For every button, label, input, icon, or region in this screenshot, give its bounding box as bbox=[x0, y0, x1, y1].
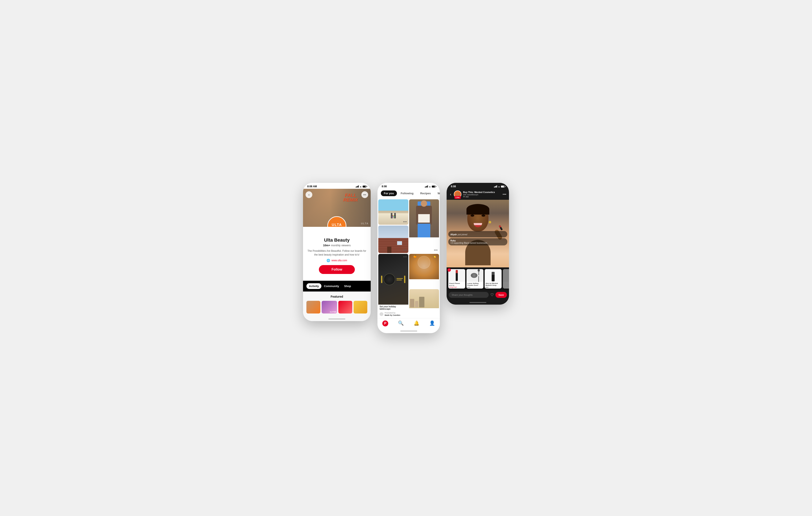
comment-bar: Share your thoughts ♡ Save bbox=[446, 290, 509, 300]
phone2-status-bar: 8:08 ▲ bbox=[377, 183, 440, 189]
pinterest-icon: P bbox=[382, 321, 388, 326]
more-dots[interactable]: ••• bbox=[403, 220, 407, 223]
bio-text: The Possibilities Are Beautiful. Follow … bbox=[307, 249, 367, 256]
ulta-watermark: ULTA bbox=[361, 222, 369, 225]
save-button[interactable]: Save bbox=[495, 292, 507, 298]
nav-home[interactable]: P bbox=[381, 321, 390, 326]
battery-icon bbox=[501, 186, 505, 187]
ulta-word: ULTA bbox=[332, 223, 342, 227]
comment-input[interactable]: Share your thoughts bbox=[449, 292, 489, 298]
signal-icon bbox=[425, 185, 428, 187]
website-row: 🌐 www.ulta.com bbox=[307, 259, 367, 262]
product-image-foundation bbox=[485, 269, 501, 282]
live-badge: Live bbox=[455, 196, 461, 199]
tab-wear[interactable]: Wear bbox=[435, 190, 440, 196]
follow-button[interactable]: Follow bbox=[319, 265, 355, 274]
phone1-status-bar: 8:08 AM ▲ bbox=[303, 183, 371, 189]
home-indicator bbox=[446, 300, 509, 305]
tab-shop[interactable]: Shop bbox=[342, 283, 353, 289]
eye-icon: 👁 bbox=[463, 196, 465, 198]
phone2-feed: 8:08 ▲ For you Following Recipes Wear bbox=[377, 183, 440, 333]
signal-icon bbox=[494, 185, 497, 187]
remix-text: REMIX bbox=[343, 198, 358, 202]
tab-recipes[interactable]: Recipes bbox=[417, 190, 434, 196]
tab-for-you[interactable]: For you bbox=[381, 190, 397, 196]
back-button[interactable]: ‹ bbox=[306, 191, 312, 198]
more-button[interactable]: ••• bbox=[361, 191, 368, 198]
profile-tabs: Activity Community Shop bbox=[303, 281, 371, 292]
featured-thumb-1[interactable] bbox=[307, 301, 320, 313]
live-more-button[interactable]: ••• bbox=[503, 192, 506, 196]
product-image-powder bbox=[466, 269, 484, 282]
product-card-2[interactable]: Loose Setting Powder Duos $45 bbox=[466, 269, 484, 289]
phone3-time: 8:08 bbox=[451, 185, 456, 188]
featured-thumb-3[interactable] bbox=[338, 301, 352, 313]
phone2-status-icons: ▲ bbox=[425, 185, 436, 188]
phone1-status-icons: ▲ bbox=[356, 185, 367, 188]
products-row: Peach Please $16.50 Going Fast! ✕ bbox=[446, 267, 509, 290]
home-indicator bbox=[377, 329, 440, 333]
tab-following[interactable]: Following bbox=[398, 190, 416, 196]
feed-grid: ••• ••• bbox=[377, 199, 440, 318]
live-header-info: Buy This: Mented Cosmetics with sweetlik… bbox=[463, 191, 501, 198]
more-dots[interactable]: ••• bbox=[403, 248, 407, 252]
phone3-status-bar: 8:08 ▲ bbox=[446, 183, 509, 189]
heart-button[interactable]: ♡ bbox=[490, 293, 494, 297]
product-card-1[interactable]: Peach Please $16.50 Going Fast! bbox=[448, 269, 465, 289]
phone3-live: 8:08 ▲ ‹ bbox=[446, 183, 509, 305]
featured-thumb-4[interactable] bbox=[353, 301, 368, 313]
wifi-icon: ▲ bbox=[429, 185, 431, 188]
search-icon: 🔍 bbox=[398, 321, 404, 326]
more-dots[interactable]: ••• bbox=[434, 248, 438, 252]
tab-activity[interactable]: Activity bbox=[307, 283, 321, 289]
product-image-lipstick bbox=[448, 269, 465, 282]
promoted-avatar bbox=[380, 312, 383, 316]
nav-notifications[interactable]: 🔔 bbox=[412, 321, 421, 326]
monthly-viewers: 10m+ monthly viewers bbox=[307, 244, 367, 247]
grid-item-pie[interactable]: 🍊 🍋 bbox=[409, 254, 439, 289]
grid-item-table-full[interactable]: Set your holiday tablescape Promoted by … bbox=[378, 254, 408, 317]
phone1-ulta-profile: 8:08 AM ▲ FALL RE bbox=[303, 183, 371, 321]
grid-item-kitchen[interactable] bbox=[409, 289, 439, 317]
grid-item-beach[interactable]: ••• bbox=[378, 199, 408, 225]
nav-profile[interactable]: 👤 bbox=[427, 321, 437, 326]
featured-title: Featured bbox=[307, 295, 367, 298]
live-viewers: 👁 358 bbox=[463, 196, 501, 198]
signal-icon bbox=[356, 185, 359, 187]
profile-header: FALL REMIX ULTA ‹ ••• ULTA BEAUTY ✓ bbox=[303, 189, 371, 227]
home-indicator bbox=[303, 317, 371, 321]
phone3-status-icons: ▲ bbox=[494, 185, 505, 188]
product-card-3[interactable]: Skin by Mented Medium Deep $39 bbox=[485, 269, 501, 289]
bottom-nav: P 🔍 🔔 👤 bbox=[377, 318, 440, 329]
phone1-time: 8:08 AM bbox=[307, 185, 317, 188]
profile-info: Ulta Beauty 10m+ monthly viewers The Pos… bbox=[303, 227, 371, 277]
live-header: ‹ Live Buy This: Mented Cosmetics with s… bbox=[446, 189, 509, 200]
phones-container: 8:08 AM ▲ FALL RE bbox=[303, 183, 509, 333]
chat-message-1: Aliyah just joined bbox=[448, 231, 507, 237]
grid-item-fashion[interactable]: ••• bbox=[409, 199, 439, 253]
feed-tabs: For you Following Recipes Wear bbox=[377, 189, 440, 199]
battery-icon bbox=[432, 186, 436, 187]
wifi-icon: ▲ bbox=[360, 185, 362, 188]
globe-icon: 🌐 bbox=[326, 259, 330, 262]
battery-icon bbox=[362, 186, 367, 187]
notification-icon: 🔔 bbox=[414, 321, 419, 326]
grid-item-house[interactable]: ••• bbox=[378, 225, 408, 253]
featured-thumb-2[interactable]: GLITTER bbox=[322, 301, 337, 313]
live-video: Aliyah just joined Ruby <3 supporting Bl… bbox=[446, 200, 509, 267]
wifi-icon: ▲ bbox=[498, 185, 500, 188]
profile-icon: 👤 bbox=[429, 321, 435, 326]
featured-section: Featured GLITTER bbox=[303, 292, 371, 317]
live-title: Buy This: Mented Cosmetics bbox=[463, 191, 501, 194]
chat-message-2: Ruby <3 supporting Black-owned businesse… bbox=[448, 238, 507, 245]
back-button[interactable]: ‹ bbox=[449, 191, 452, 198]
product-card-4[interactable] bbox=[503, 269, 509, 289]
tab-community[interactable]: Community bbox=[321, 283, 342, 289]
nav-search[interactable]: 🔍 bbox=[396, 321, 406, 326]
header-text-overlay: FALL REMIX bbox=[343, 193, 358, 202]
website-link[interactable]: www.ulta.com bbox=[331, 259, 347, 262]
phone2-time: 8:08 bbox=[382, 185, 387, 188]
more-dots[interactable]: ••• bbox=[403, 255, 407, 316]
chat-overlay: Aliyah just joined Ruby <3 supporting Bl… bbox=[448, 231, 507, 246]
featured-thumbnails: GLITTER bbox=[307, 301, 367, 313]
